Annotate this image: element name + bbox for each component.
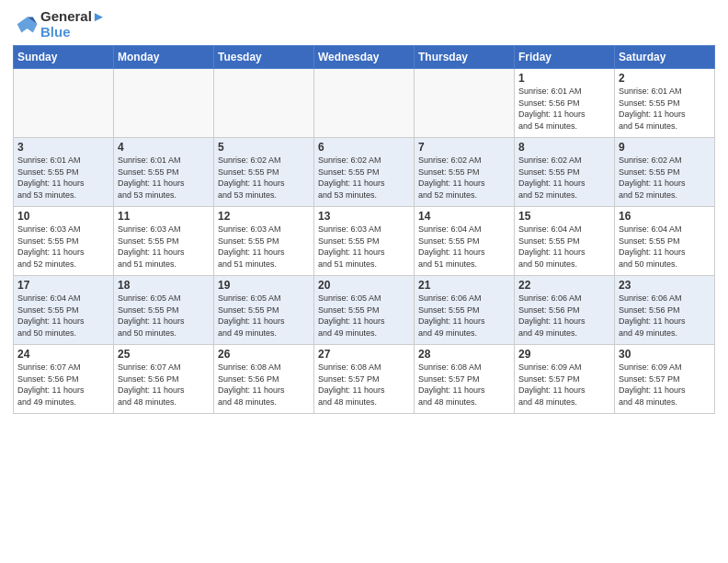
day-number: 24 — [17, 348, 109, 361]
day-info: Sunrise: 6:08 AMSunset: 5:56 PMDaylight:… — [218, 362, 310, 408]
day-info: Sunrise: 6:01 AMSunset: 5:56 PMDaylight:… — [518, 86, 610, 132]
calendar-table: SundayMondayTuesdayWednesdayThursdayFrid… — [13, 45, 715, 414]
day-info: Sunrise: 6:08 AMSunset: 5:57 PMDaylight:… — [418, 362, 510, 408]
calendar-cell: 19Sunrise: 6:05 AMSunset: 5:55 PMDayligh… — [214, 276, 314, 345]
day-number: 28 — [418, 348, 510, 361]
week-row-2: 3Sunrise: 6:01 AMSunset: 5:55 PMDaylight… — [14, 138, 715, 207]
calendar-cell: 24Sunrise: 6:07 AMSunset: 5:56 PMDayligh… — [14, 345, 114, 414]
calendar-cell: 11Sunrise: 6:03 AMSunset: 5:55 PMDayligh… — [114, 207, 214, 276]
calendar-cell: 4Sunrise: 6:01 AMSunset: 5:55 PMDaylight… — [114, 138, 214, 207]
calendar-cell: 2Sunrise: 6:01 AMSunset: 5:55 PMDaylight… — [615, 69, 715, 138]
day-number: 16 — [619, 210, 711, 223]
calendar-cell — [314, 69, 415, 138]
day-number: 9 — [619, 141, 711, 154]
day-info: Sunrise: 6:04 AMSunset: 5:55 PMDaylight:… — [518, 224, 610, 270]
day-info: Sunrise: 6:09 AMSunset: 5:57 PMDaylight:… — [619, 362, 711, 408]
day-info: Sunrise: 6:02 AMSunset: 5:55 PMDaylight:… — [518, 155, 610, 201]
logo-text: General► Blue — [40, 9, 106, 40]
weekday-header-monday: Monday — [114, 46, 214, 69]
calendar-cell: 13Sunrise: 6:03 AMSunset: 5:55 PMDayligh… — [314, 207, 415, 276]
day-number: 18 — [118, 279, 210, 292]
calendar-cell: 3Sunrise: 6:01 AMSunset: 5:55 PMDaylight… — [14, 138, 114, 207]
logo-icon — [13, 14, 39, 36]
day-info: Sunrise: 6:07 AMSunset: 5:56 PMDaylight:… — [17, 362, 109, 408]
day-number: 26 — [218, 348, 310, 361]
day-number: 23 — [619, 279, 711, 292]
day-number: 1 — [518, 72, 610, 85]
weekday-header-saturday: Saturday — [615, 46, 715, 69]
day-info: Sunrise: 6:07 AMSunset: 5:56 PMDaylight:… — [118, 362, 210, 408]
calendar-cell: 26Sunrise: 6:08 AMSunset: 5:56 PMDayligh… — [214, 345, 314, 414]
weekday-header-sunday: Sunday — [14, 46, 114, 69]
calendar-cell — [114, 69, 214, 138]
calendar-cell: 28Sunrise: 6:08 AMSunset: 5:57 PMDayligh… — [415, 345, 515, 414]
day-info: Sunrise: 6:06 AMSunset: 5:55 PMDaylight:… — [418, 293, 510, 339]
calendar-cell: 1Sunrise: 6:01 AMSunset: 5:56 PMDaylight… — [515, 69, 615, 138]
day-number: 20 — [318, 279, 410, 292]
calendar-cell: 15Sunrise: 6:04 AMSunset: 5:55 PMDayligh… — [515, 207, 615, 276]
day-number: 3 — [17, 141, 109, 154]
day-number: 10 — [17, 210, 109, 223]
day-info: Sunrise: 6:03 AMSunset: 5:55 PMDaylight:… — [17, 224, 109, 270]
day-number: 17 — [17, 279, 109, 292]
day-info: Sunrise: 6:06 AMSunset: 5:56 PMDaylight:… — [619, 293, 711, 339]
day-info: Sunrise: 6:09 AMSunset: 5:57 PMDaylight:… — [518, 362, 610, 408]
day-number: 8 — [518, 141, 610, 154]
day-info: Sunrise: 6:02 AMSunset: 5:55 PMDaylight:… — [318, 155, 410, 201]
calendar-cell: 18Sunrise: 6:05 AMSunset: 5:55 PMDayligh… — [114, 276, 214, 345]
weekday-header-friday: Friday — [515, 46, 615, 69]
day-number: 19 — [218, 279, 310, 292]
calendar-cell: 23Sunrise: 6:06 AMSunset: 5:56 PMDayligh… — [615, 276, 715, 345]
day-info: Sunrise: 6:02 AMSunset: 5:55 PMDaylight:… — [619, 155, 711, 201]
calendar-cell: 16Sunrise: 6:04 AMSunset: 5:55 PMDayligh… — [615, 207, 715, 276]
day-number: 30 — [619, 348, 711, 361]
weekday-header-tuesday: Tuesday — [214, 46, 314, 69]
day-number: 2 — [619, 72, 711, 85]
day-info: Sunrise: 6:01 AMSunset: 5:55 PMDaylight:… — [17, 155, 109, 201]
day-number: 21 — [418, 279, 510, 292]
week-row-3: 10Sunrise: 6:03 AMSunset: 5:55 PMDayligh… — [14, 207, 715, 276]
day-info: Sunrise: 6:05 AMSunset: 5:55 PMDaylight:… — [118, 293, 210, 339]
day-info: Sunrise: 6:01 AMSunset: 5:55 PMDaylight:… — [619, 86, 711, 132]
day-info: Sunrise: 6:05 AMSunset: 5:55 PMDaylight:… — [318, 293, 410, 339]
day-info: Sunrise: 6:03 AMSunset: 5:55 PMDaylight:… — [218, 224, 310, 270]
day-info: Sunrise: 6:08 AMSunset: 5:57 PMDaylight:… — [318, 362, 410, 408]
day-info: Sunrise: 6:02 AMSunset: 5:55 PMDaylight:… — [218, 155, 310, 201]
day-info: Sunrise: 6:04 AMSunset: 5:55 PMDaylight:… — [418, 224, 510, 270]
day-info: Sunrise: 6:04 AMSunset: 5:55 PMDaylight:… — [17, 293, 109, 339]
weekday-header-row: SundayMondayTuesdayWednesdayThursdayFrid… — [14, 46, 715, 69]
calendar-cell: 9Sunrise: 6:02 AMSunset: 5:55 PMDaylight… — [615, 138, 715, 207]
day-number: 12 — [218, 210, 310, 223]
calendar-cell: 17Sunrise: 6:04 AMSunset: 5:55 PMDayligh… — [14, 276, 114, 345]
day-number: 29 — [518, 348, 610, 361]
day-number: 22 — [518, 279, 610, 292]
calendar-cell: 30Sunrise: 6:09 AMSunset: 5:57 PMDayligh… — [615, 345, 715, 414]
weekday-header-wednesday: Wednesday — [314, 46, 415, 69]
calendar-cell: 5Sunrise: 6:02 AMSunset: 5:55 PMDaylight… — [214, 138, 314, 207]
calendar-cell — [214, 69, 314, 138]
day-info: Sunrise: 6:06 AMSunset: 5:56 PMDaylight:… — [518, 293, 610, 339]
week-row-5: 24Sunrise: 6:07 AMSunset: 5:56 PMDayligh… — [14, 345, 715, 414]
calendar-cell: 6Sunrise: 6:02 AMSunset: 5:55 PMDaylight… — [314, 138, 415, 207]
day-number: 13 — [318, 210, 410, 223]
week-row-1: 1Sunrise: 6:01 AMSunset: 5:56 PMDaylight… — [14, 69, 715, 138]
day-info: Sunrise: 6:01 AMSunset: 5:55 PMDaylight:… — [118, 155, 210, 201]
calendar-cell: 12Sunrise: 6:03 AMSunset: 5:55 PMDayligh… — [214, 207, 314, 276]
calendar-cell: 27Sunrise: 6:08 AMSunset: 5:57 PMDayligh… — [314, 345, 415, 414]
calendar-cell — [415, 69, 515, 138]
calendar-cell: 21Sunrise: 6:06 AMSunset: 5:55 PMDayligh… — [415, 276, 515, 345]
day-info: Sunrise: 6:03 AMSunset: 5:55 PMDaylight:… — [118, 224, 210, 270]
calendar-cell: 22Sunrise: 6:06 AMSunset: 5:56 PMDayligh… — [515, 276, 615, 345]
day-number: 6 — [318, 141, 410, 154]
weekday-header-thursday: Thursday — [415, 46, 515, 69]
day-number: 7 — [418, 141, 510, 154]
calendar-cell: 25Sunrise: 6:07 AMSunset: 5:56 PMDayligh… — [114, 345, 214, 414]
page: General► Blue SundayMondayTuesdayWednesd… — [0, 0, 728, 563]
calendar-cell: 14Sunrise: 6:04 AMSunset: 5:55 PMDayligh… — [415, 207, 515, 276]
day-info: Sunrise: 6:04 AMSunset: 5:55 PMDaylight:… — [619, 224, 711, 270]
day-number: 15 — [518, 210, 610, 223]
day-info: Sunrise: 6:02 AMSunset: 5:55 PMDaylight:… — [418, 155, 510, 201]
day-number: 25 — [118, 348, 210, 361]
calendar-cell: 29Sunrise: 6:09 AMSunset: 5:57 PMDayligh… — [515, 345, 615, 414]
calendar-cell: 10Sunrise: 6:03 AMSunset: 5:55 PMDayligh… — [14, 207, 114, 276]
